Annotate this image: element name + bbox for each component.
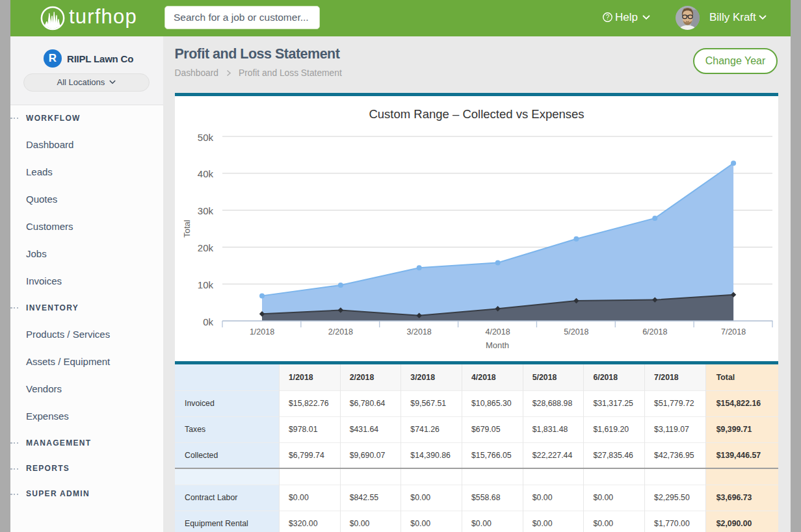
svg-text:Month: Month — [486, 340, 509, 350]
svg-text:5/2018: 5/2018 — [564, 327, 588, 336]
svg-text:3/2018: 3/2018 — [407, 327, 432, 336]
svg-text:6/2018: 6/2018 — [642, 327, 667, 336]
svg-text:20k: 20k — [198, 242, 214, 253]
svg-text:30k: 30k — [198, 205, 214, 216]
svg-text:40k: 40k — [198, 168, 214, 179]
svg-text:10k: 10k — [198, 279, 214, 290]
svg-text:0k: 0k — [203, 316, 213, 327]
svg-text:1/2018: 1/2018 — [250, 327, 274, 336]
svg-text:Custom Range – Collected vs Ex: Custom Range – Collected vs Expenses — [369, 107, 584, 121]
svg-text:50k: 50k — [198, 132, 214, 143]
svg-text:2/2018: 2/2018 — [328, 327, 353, 336]
svg-text:?: ? — [606, 14, 610, 21]
svg-text:4/2018: 4/2018 — [485, 327, 510, 336]
svg-text:Total: Total — [182, 220, 192, 238]
svg-text:7/2018: 7/2018 — [721, 327, 746, 336]
